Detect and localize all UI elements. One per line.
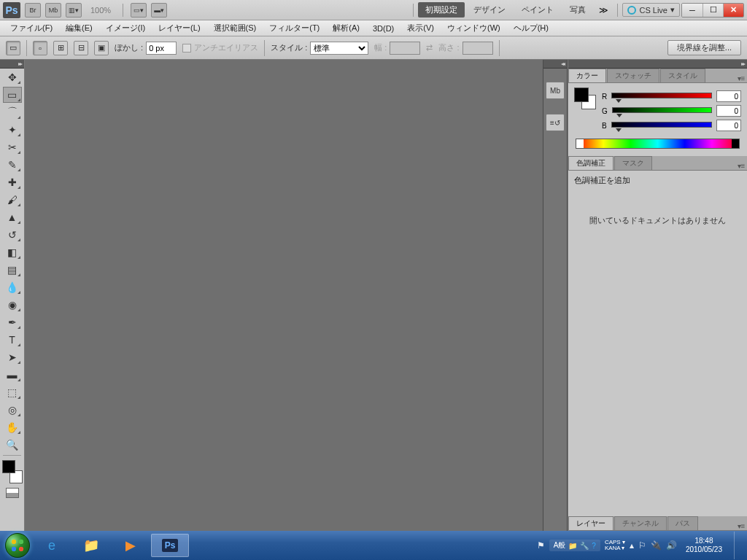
workspace-more-button[interactable]: ≫: [595, 5, 613, 15]
menu-edit[interactable]: 編集(E): [60, 21, 98, 35]
stamp-tool[interactable]: ▲: [3, 209, 22, 225]
tab-styles[interactable]: スタイル: [660, 69, 705, 82]
menu-layer[interactable]: レイヤー(L): [152, 21, 206, 35]
workspace-tab-design[interactable]: デザイン: [466, 2, 513, 18]
tray-volume-icon[interactable]: 🔊: [666, 540, 677, 551]
show-desktop-button[interactable]: [734, 532, 744, 559]
workspace-tab-paint[interactable]: ペイント: [514, 2, 561, 18]
taskbar-explorer[interactable]: 📁: [72, 534, 110, 557]
color-panel-menu[interactable]: ▾≡: [735, 74, 747, 82]
menu-3d[interactable]: 3D(D): [367, 23, 400, 34]
tab-layers[interactable]: レイヤー: [568, 516, 614, 530]
menu-analysis[interactable]: 解析(A): [327, 21, 365, 35]
menu-help[interactable]: ヘルプ(H): [508, 21, 554, 35]
minibridge-button[interactable]: Mb: [45, 3, 61, 18]
tray-power-icon[interactable]: 🔌: [651, 540, 662, 551]
tab-color[interactable]: カラー: [568, 69, 606, 82]
menu-window[interactable]: ウィンドウ(W): [441, 21, 506, 35]
taskbar-mediaplayer[interactable]: ▶: [112, 534, 150, 557]
pen-tool[interactable]: ✒: [3, 314, 22, 330]
tab-masks[interactable]: マスク: [614, 156, 652, 170]
hand-tool[interactable]: ✋: [3, 419, 22, 435]
3d-tool[interactable]: ⬚: [3, 384, 22, 400]
menu-file[interactable]: ファイル(F): [4, 21, 58, 35]
quick-mask-toggle[interactable]: [6, 488, 19, 498]
lasso-tool[interactable]: ⌒: [3, 104, 22, 120]
panels-collapse[interactable]: ▸▸: [568, 60, 747, 69]
gradient-tool[interactable]: ▤: [3, 262, 22, 278]
minimize-button[interactable]: ─: [682, 4, 703, 17]
zoom-tool[interactable]: 🔍: [3, 437, 22, 453]
type-tool[interactable]: T: [3, 332, 22, 348]
menu-filter[interactable]: フィルター(T): [263, 21, 325, 35]
layers-panel-menu[interactable]: ▾≡: [735, 522, 747, 530]
tab-swatches[interactable]: スウォッチ: [607, 69, 659, 82]
marquee-tool-preset[interactable]: ▭: [6, 41, 20, 55]
menu-select[interactable]: 選択範囲(S): [208, 21, 263, 35]
dock-collapse[interactable]: ◂◂: [543, 60, 567, 69]
tray-flag-icon[interactable]: ⚑: [537, 540, 545, 551]
cslive-button[interactable]: CS Live▾: [622, 3, 680, 17]
minibridge-dock-icon[interactable]: Mb: [546, 82, 565, 99]
color-swatches[interactable]: [2, 460, 23, 483]
workspace-tab-photo[interactable]: 写真: [562, 2, 593, 18]
menu-view[interactable]: 表示(V): [401, 21, 440, 35]
selection-subtract[interactable]: ⊟: [74, 41, 88, 55]
workspace-tab-essentials[interactable]: 初期設定: [418, 2, 465, 18]
g-slider[interactable]: [612, 107, 712, 114]
screen-mode-button[interactable]: ▭▾: [131, 3, 147, 18]
eyedropper-tool[interactable]: ✎: [3, 157, 22, 173]
close-button[interactable]: ✕: [723, 4, 743, 17]
start-button[interactable]: [3, 531, 32, 560]
shape-tool[interactable]: ▬: [3, 367, 22, 383]
tab-channels[interactable]: チャンネル: [614, 516, 667, 530]
zoom-level[interactable]: 100%: [90, 6, 111, 15]
tools-collapse[interactable]: ▸▸: [0, 60, 24, 69]
window-controls: ─ ☐ ✕: [681, 3, 744, 18]
r-value[interactable]: [716, 90, 741, 102]
history-brush-tool[interactable]: ↺: [3, 227, 22, 243]
brush-tool[interactable]: 🖌: [3, 192, 22, 208]
tab-adjustments[interactable]: 色調補正: [568, 156, 614, 170]
style-select[interactable]: 標準: [310, 42, 368, 55]
b-value[interactable]: [716, 120, 741, 131]
marquee-tool[interactable]: ▭: [3, 87, 22, 103]
move-tool[interactable]: ✥: [3, 69, 22, 85]
healing-tool[interactable]: ✚: [3, 174, 22, 190]
selection-new[interactable]: ▫: [33, 41, 47, 55]
maximize-button[interactable]: ☐: [703, 4, 723, 17]
feather-input[interactable]: [146, 42, 177, 55]
eraser-tool[interactable]: ◧: [3, 244, 22, 260]
adjust-panel-menu[interactable]: ▾≡: [735, 162, 747, 170]
history-dock-icon[interactable]: ≡↺: [546, 114, 565, 131]
b-slider[interactable]: [611, 122, 712, 129]
spectrum-bar[interactable]: [576, 139, 740, 149]
blur-tool[interactable]: 💧: [3, 279, 22, 295]
g-value[interactable]: [716, 105, 741, 117]
refine-edge-button[interactable]: 境界線を調整...: [667, 40, 741, 55]
selection-add[interactable]: ⊞: [53, 41, 68, 55]
extras-button[interactable]: ▬▾: [151, 3, 167, 18]
r-slider[interactable]: [611, 93, 712, 100]
color-panel: R G B: [568, 83, 747, 156]
tray-clock[interactable]: 18:482010/05/23: [681, 537, 727, 554]
tab-paths[interactable]: パス: [667, 516, 698, 530]
3d-camera-tool[interactable]: ◎: [3, 402, 22, 418]
quick-select-tool[interactable]: ✦: [3, 122, 22, 138]
taskbar-photoshop[interactable]: Ps: [151, 534, 189, 557]
ime-status[interactable]: A般📁🔧?: [549, 540, 600, 551]
layers-panel-tabs: レイヤー チャンネル パス ▾≡: [568, 516, 747, 531]
path-select-tool[interactable]: ➤: [3, 349, 22, 365]
dodge-tool[interactable]: ◉: [3, 297, 22, 313]
photoshop-logo-icon: Ps: [3, 2, 20, 18]
tray-action-center-icon[interactable]: ⚐: [638, 540, 646, 551]
crop-tool[interactable]: ✂: [3, 139, 22, 155]
swap-wh-icon: ⇄: [426, 43, 433, 52]
menu-image[interactable]: イメージ(I): [100, 21, 151, 35]
selection-intersect[interactable]: ▣: [94, 41, 109, 55]
panel-color-swatch[interactable]: [574, 88, 596, 109]
bridge-button[interactable]: Br: [25, 3, 41, 18]
taskbar-ie[interactable]: e: [33, 534, 71, 557]
arrange-button[interactable]: ▥▾: [66, 3, 82, 18]
tray-up-icon[interactable]: ▴: [630, 540, 634, 551]
